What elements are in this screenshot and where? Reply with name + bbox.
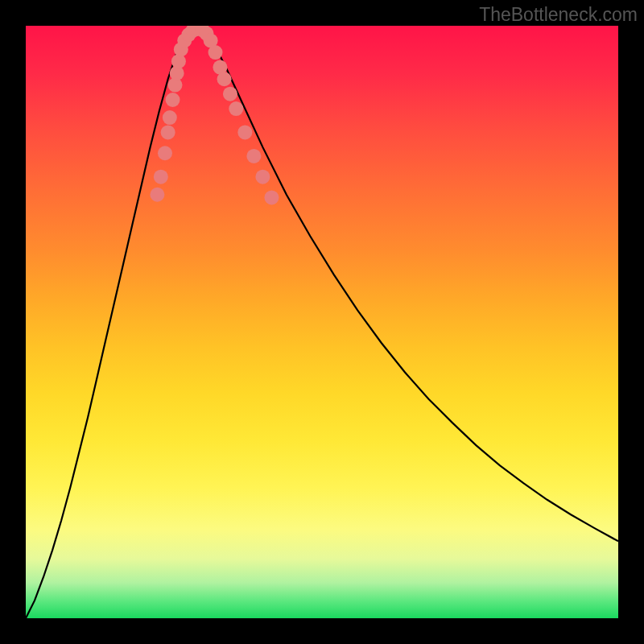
watermark-text: TheBottleneck.com (479, 4, 638, 26)
chart-plot-area (26, 26, 618, 618)
chart-scatter-point (223, 87, 237, 101)
chart-scatter-point (150, 188, 164, 202)
chart-scatter-point (237, 125, 252, 139)
chart-overlay-svg (26, 26, 618, 618)
chart-scatter-point (264, 190, 279, 204)
chart-scatter-point (208, 45, 223, 60)
chart-scatter-point (166, 93, 180, 107)
chart-curve-right (195, 27, 618, 541)
chart-scatter-point (161, 125, 175, 139)
chart-scatter-point (217, 72, 232, 86)
chart-scatter-group (150, 26, 279, 204)
chart-scatter-point (246, 149, 261, 163)
chart-scatter-point (158, 146, 172, 160)
chart-scatter-point (163, 110, 177, 125)
chart-scatter-point (229, 101, 243, 116)
chart-scatter-point (154, 170, 168, 184)
chart-scatter-point (255, 170, 270, 184)
